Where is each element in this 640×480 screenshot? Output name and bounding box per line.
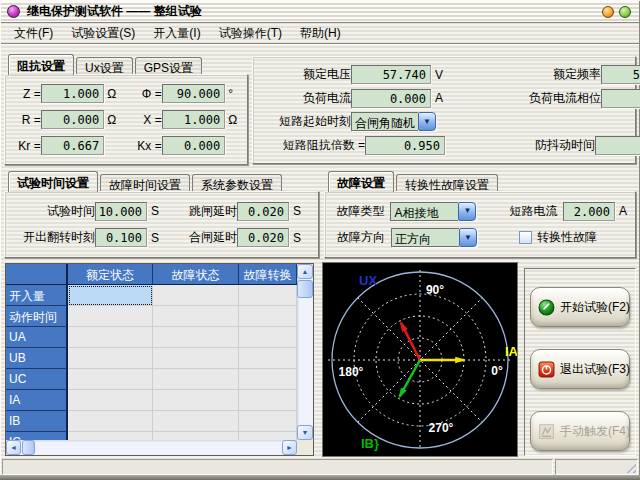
scroll-right-icon[interactable]: ► bbox=[282, 440, 297, 455]
kr-field[interactable]: 0.667 bbox=[41, 136, 104, 155]
rated-frequency-label: 额定频率 bbox=[451, 66, 601, 83]
table-cell[interactable] bbox=[68, 390, 153, 411]
short-circuit-start-dropdown[interactable]: 合闸角随机 ▼ bbox=[351, 112, 436, 131]
table-row-header[interactable]: IC bbox=[6, 432, 68, 440]
table-cell[interactable] bbox=[153, 432, 239, 440]
r-label: R = bbox=[11, 113, 41, 127]
close-delay-field[interactable]: 0.020 bbox=[237, 228, 289, 247]
test-time-label: 试验时间 bbox=[11, 203, 95, 220]
minimize-orb-button[interactable] bbox=[602, 6, 614, 18]
tab-impedance-settings[interactable]: 阻抗设置 bbox=[8, 54, 74, 75]
scroll-down-icon[interactable]: ▼ bbox=[297, 425, 313, 440]
load-current-phase-label: 负荷电流相位 bbox=[451, 90, 601, 107]
channel-label-ib: IB} bbox=[361, 436, 379, 451]
fault-settings-panel: 故障设置 转换性故障设置 故障类型 A相接地 ▼ 短路电流 2.000 A 故障… bbox=[324, 171, 636, 258]
menu-file[interactable]: 文件(F) bbox=[5, 23, 62, 44]
table-cell-selected[interactable] bbox=[68, 285, 153, 306]
table-cell[interactable] bbox=[68, 306, 153, 327]
z-field[interactable]: 1.000 bbox=[41, 84, 104, 103]
angle-label-270: 270° bbox=[429, 421, 454, 435]
table-cell[interactable] bbox=[239, 348, 297, 369]
short-circuit-current-field[interactable]: 2.000 bbox=[563, 202, 615, 221]
scroll-up-icon[interactable]: ▲ bbox=[297, 264, 313, 279]
load-current-field[interactable]: 0.000 bbox=[351, 89, 431, 108]
resize-grip[interactable] bbox=[623, 460, 636, 473]
chevron-down-icon[interactable]: ▼ bbox=[458, 202, 476, 221]
vertical-scrollbar[interactable]: ▲ ▼ bbox=[297, 264, 313, 440]
tab-convert-fault-settings[interactable]: 转换性故障设置 bbox=[396, 174, 498, 192]
table-row-header[interactable]: 开入量 bbox=[6, 285, 68, 306]
table-cell[interactable] bbox=[68, 327, 153, 348]
tab-fault-time-settings[interactable]: 故障时间设置 bbox=[100, 174, 190, 192]
tab-ux-settings[interactable]: Ux设置 bbox=[76, 57, 133, 75]
manual-trigger-button[interactable]: 手动触发(F4) bbox=[530, 411, 630, 451]
table-cell[interactable] bbox=[239, 390, 297, 411]
table-cell[interactable] bbox=[153, 327, 239, 348]
table-cell[interactable] bbox=[153, 348, 239, 369]
chevron-down-icon[interactable]: ▼ bbox=[459, 228, 477, 247]
fault-type-dropdown[interactable]: A相接地 ▼ bbox=[390, 202, 476, 221]
convert-fault-checkbox[interactable] bbox=[519, 231, 532, 244]
anti-shake-field[interactable]: 20 bbox=[595, 136, 640, 155]
table-cell[interactable] bbox=[68, 369, 153, 390]
menu-test-operation[interactable]: 试验操作(T) bbox=[210, 23, 291, 44]
r-unit: Ω bbox=[104, 113, 120, 127]
table-cell[interactable] bbox=[239, 411, 297, 432]
table-cell[interactable] bbox=[239, 306, 297, 327]
kx-field[interactable]: 0.000 bbox=[162, 136, 225, 155]
horizontal-scrollbar-thumb[interactable] bbox=[22, 440, 35, 455]
tab-system-parameter-settings[interactable]: 系统参数设置 bbox=[192, 174, 282, 192]
table-cell[interactable] bbox=[68, 432, 153, 440]
test-time-field[interactable]: 10.000 bbox=[95, 202, 147, 221]
horizontal-scrollbar[interactable]: ◄ ► bbox=[6, 440, 297, 455]
phi-field[interactable]: 90.000 bbox=[162, 84, 225, 103]
channel-label-ia: IA bbox=[505, 344, 517, 359]
menu-help[interactable]: 帮助(H) bbox=[291, 23, 350, 44]
table-cell[interactable] bbox=[239, 327, 297, 348]
vertical-scrollbar-thumb[interactable] bbox=[297, 280, 313, 298]
table-cell[interactable] bbox=[153, 390, 239, 411]
close-orb-button[interactable] bbox=[619, 6, 631, 18]
table-row-header[interactable]: IA bbox=[6, 390, 68, 411]
table-cell[interactable] bbox=[68, 411, 153, 432]
table-row-header[interactable]: UB bbox=[6, 348, 68, 369]
impedance-multiple-field[interactable]: 0.950 bbox=[365, 136, 445, 155]
vertical-scrollbar-track[interactable] bbox=[297, 299, 313, 425]
kx-label: Kx = bbox=[128, 139, 162, 153]
column-header-fault-convert[interactable]: 故障转换 bbox=[239, 264, 297, 285]
column-header-fault-state[interactable]: 故障状态 bbox=[153, 264, 239, 285]
table-cell[interactable] bbox=[153, 285, 239, 306]
tab-fault-settings[interactable]: 故障设置 bbox=[328, 171, 394, 192]
menu-binary-input[interactable]: 开入量(I) bbox=[144, 23, 209, 44]
tab-gps-settings[interactable]: GPS设置 bbox=[135, 57, 202, 75]
table-cell[interactable] bbox=[153, 306, 239, 327]
r-field[interactable]: 0.000 bbox=[41, 110, 104, 129]
load-current-phase-field[interactable]: 0.000 bbox=[601, 89, 640, 108]
column-header-rated-state[interactable]: 额定状态 bbox=[68, 264, 153, 285]
start-test-button[interactable]: 开始试验(F2) bbox=[530, 287, 630, 327]
table-row-header[interactable]: IB bbox=[6, 411, 68, 432]
scroll-left-icon[interactable]: ◄ bbox=[6, 440, 21, 455]
output-flip-time-field[interactable]: 0.100 bbox=[95, 228, 147, 247]
trip-delay-field[interactable]: 0.020 bbox=[237, 202, 289, 221]
menu-test-settings[interactable]: 试验设置(S) bbox=[62, 23, 144, 44]
rated-frequency-field[interactable]: 50.000 bbox=[601, 65, 640, 84]
exit-test-button[interactable]: 退出试验(F3) bbox=[530, 349, 630, 389]
fault-direction-dropdown[interactable]: 正方向 ▼ bbox=[391, 228, 477, 247]
x-field[interactable]: 1.000 bbox=[162, 110, 225, 129]
table-cell[interactable] bbox=[68, 348, 153, 369]
angle-label-0: 0° bbox=[491, 364, 503, 378]
tab-test-time-settings[interactable]: 试验时间设置 bbox=[8, 171, 98, 192]
table-cell[interactable] bbox=[153, 369, 239, 390]
table-cell[interactable] bbox=[239, 369, 297, 390]
table-row-header[interactable]: UA bbox=[6, 327, 68, 348]
source-settings-groupbox: 额定电压 57.740 V 额定频率 50.000 Hz 负荷电流 0.000 … bbox=[252, 56, 636, 164]
horizontal-scrollbar-track[interactable] bbox=[36, 440, 282, 455]
rated-voltage-field[interactable]: 57.740 bbox=[351, 65, 431, 84]
table-cell[interactable] bbox=[153, 411, 239, 432]
table-row-header[interactable]: UC bbox=[6, 369, 68, 390]
chevron-down-icon[interactable]: ▼ bbox=[418, 112, 436, 131]
table-cell[interactable] bbox=[239, 432, 297, 440]
table-row-header[interactable]: 动作时间 bbox=[6, 306, 68, 327]
table-cell[interactable] bbox=[239, 285, 297, 306]
